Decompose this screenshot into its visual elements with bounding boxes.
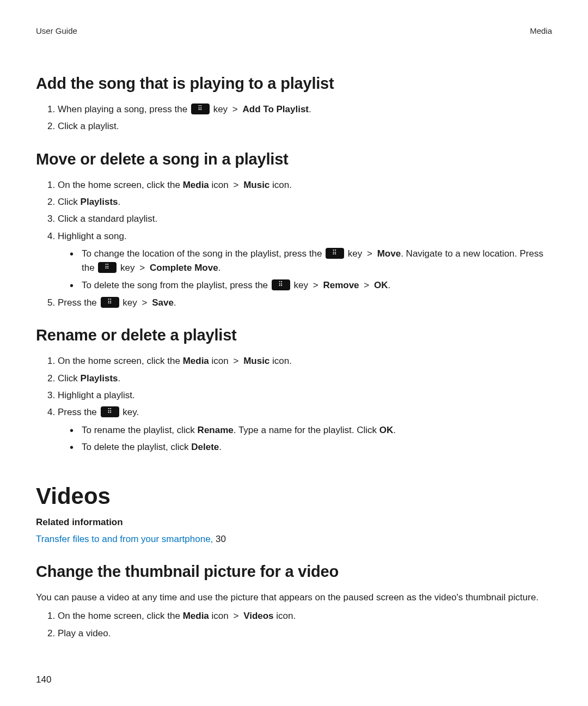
- step: Click Playlists.: [58, 372, 552, 386]
- steps-add-song: When playing a song, press the key > Add…: [36, 102, 552, 134]
- step: On the home screen, click the Media icon…: [58, 354, 552, 368]
- bb-menu-key-icon: [98, 262, 117, 273]
- runhead-right: Media: [530, 26, 552, 35]
- step: Click Playlists.: [58, 195, 552, 209]
- page: User Guide Media Add the song that is pl…: [0, 0, 588, 706]
- runhead-left: User Guide: [36, 26, 77, 35]
- step: Highlight a playlist.: [58, 388, 552, 403]
- related-info-page: 30: [216, 534, 226, 544]
- sub-bullets: To rename the playlist, click Rename. Ty…: [58, 423, 552, 455]
- step: On the home screen, click the Media icon…: [58, 178, 552, 192]
- heading-rename-delete-playlist: Rename or delete a playlist: [36, 326, 552, 344]
- bb-menu-key-icon: [191, 104, 210, 114]
- step: On the home screen, click the Media icon…: [58, 609, 552, 623]
- steps-rename-delete-playlist: On the home screen, click the Media icon…: [36, 354, 552, 454]
- related-info-line: Transfer files to and from your smartpho…: [36, 532, 552, 546]
- bullet: To delete the playlist, click Delete.: [82, 440, 552, 454]
- step: Click a standard playlist.: [58, 212, 552, 226]
- steps-change-thumbnail: On the home screen, click the Media icon…: [36, 609, 552, 641]
- bb-menu-key-icon: [272, 279, 290, 290]
- step: Play a video.: [58, 626, 552, 641]
- bullet: To delete the song from the playlist, pr…: [82, 278, 552, 293]
- step: Highlight a song. To change the location…: [58, 229, 552, 293]
- bb-menu-key-icon: [101, 297, 119, 308]
- heading-change-thumbnail: Change the thumbnail picture for a video: [36, 563, 552, 581]
- page-number: 140: [36, 674, 51, 685]
- step: Press the key. To rename the playlist, c…: [58, 405, 552, 454]
- bb-menu-key-icon: [326, 248, 344, 259]
- step: When playing a song, press the key > Add…: [58, 102, 552, 117]
- step: Press the key > Save.: [58, 296, 552, 310]
- link-transfer-files[interactable]: Transfer files to and from your smartpho…: [36, 534, 213, 544]
- heading-move-delete-song: Move or delete a song in a playlist: [36, 150, 552, 168]
- related-info-heading: Related information: [36, 517, 552, 528]
- running-header: User Guide Media: [36, 26, 552, 35]
- bullet: To change the location of the song in th…: [82, 247, 552, 276]
- heading-add-song: Add the song that is playing to a playli…: [36, 75, 552, 93]
- intro-change-thumbnail: You can pause a video at any time and us…: [36, 591, 552, 605]
- heading-videos: Videos: [36, 483, 552, 509]
- step: Click a playlist.: [58, 119, 552, 133]
- bullet: To rename the playlist, click Rename. Ty…: [82, 423, 552, 437]
- steps-move-delete-song: On the home screen, click the Media icon…: [36, 178, 552, 311]
- bb-menu-key-icon: [101, 406, 119, 417]
- sub-bullets: To change the location of the song in th…: [58, 247, 552, 293]
